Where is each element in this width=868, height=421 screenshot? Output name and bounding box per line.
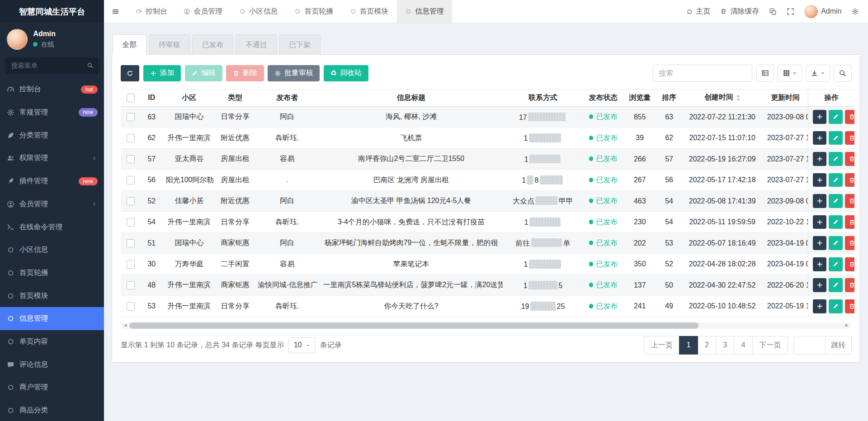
sidebar-item-dashboard[interactable]: 控制台hot (0, 78, 104, 101)
row-checkbox[interactable] (127, 218, 135, 226)
edit-row-button[interactable] (829, 257, 843, 271)
refresh-button[interactable] (121, 65, 140, 82)
sidebar-toggle-button[interactable] (104, 0, 127, 23)
sidebar-item-banner[interactable]: 首页轮播 (0, 261, 104, 284)
sidebar-item-info[interactable]: 信息管理 (0, 307, 104, 330)
table-search-input[interactable] (653, 65, 752, 82)
edit-row-button[interactable] (829, 173, 843, 187)
column-header[interactable]: 创建时间 (682, 89, 763, 106)
home-link[interactable]: 主页 (686, 7, 711, 16)
filter-tab-published[interactable]: 已发布 (192, 34, 233, 55)
nav-tab-community[interactable]: 小区信息 (231, 0, 286, 23)
filter-tab-rejected[interactable]: 不通过 (236, 34, 277, 55)
delete-row-button[interactable] (845, 278, 855, 292)
edit-row-button[interactable] (829, 110, 843, 124)
row-checkbox[interactable] (127, 260, 135, 268)
sidebar-item-comment[interactable]: 评论信息 (0, 353, 104, 376)
edit-row-button[interactable] (829, 131, 843, 145)
add-button[interactable]: 添加 (143, 65, 181, 82)
expand-row-button[interactable] (813, 215, 827, 229)
user-menu[interactable]: Admin (804, 5, 841, 18)
sidebar-item-merchant[interactable]: 商户管理 (0, 376, 104, 399)
delete-row-button[interactable] (845, 152, 855, 166)
page-button-4[interactable]: 4 (734, 336, 753, 355)
sidebar-item-category[interactable]: 分类管理 (0, 124, 104, 147)
sidebar-item-auth[interactable]: 权限管理 (0, 147, 104, 170)
expand-row-button[interactable] (813, 173, 827, 187)
sidebar-item-general[interactable]: 常规管理new (0, 101, 104, 124)
toggle-view-button[interactable] (756, 65, 774, 82)
export-button[interactable] (806, 65, 830, 82)
page-button-3[interactable]: 3 (716, 336, 735, 355)
row-checkbox[interactable] (127, 134, 135, 142)
fullscreen-button[interactable] (787, 8, 794, 15)
delete-button[interactable]: 删除 (226, 65, 264, 82)
delete-row-button[interactable] (845, 110, 855, 124)
filter-tab-offline[interactable]: 已下架 (279, 34, 321, 55)
nav-tab-info[interactable]: 信息管理 (397, 0, 452, 23)
filter-tab-pending[interactable]: 待审核 (149, 34, 190, 55)
nav-tab-dashboard[interactable]: 控制台 (127, 0, 175, 23)
prev-page-button[interactable]: 上一页 (644, 336, 679, 355)
expand-row-button[interactable] (813, 299, 827, 313)
expand-row-button[interactable] (813, 278, 827, 292)
nav-tab-member[interactable]: 会员管理 (175, 0, 231, 23)
expand-row-button[interactable] (813, 110, 827, 124)
sidebar-item-member[interactable]: 会员管理 (0, 193, 104, 216)
expand-row-button[interactable] (813, 236, 827, 250)
expand-row-button[interactable] (813, 194, 827, 208)
scroll-right-arrow-icon[interactable]: ▶ (843, 322, 851, 328)
batch-audit-button[interactable]: 批量审核 (268, 65, 320, 82)
delete-row-button[interactable] (845, 257, 855, 271)
recycle-bin-button[interactable]: ♻ 回收站 (324, 65, 368, 82)
scrollbar-thumb[interactable] (129, 322, 698, 328)
settings-button[interactable] (851, 8, 859, 15)
sidebar-item-module[interactable]: 首页模块 (0, 284, 104, 307)
expand-row-button[interactable] (813, 131, 827, 145)
menu-search-input[interactable] (5, 57, 99, 74)
columns-button[interactable] (778, 65, 802, 82)
delete-row-button[interactable] (845, 173, 855, 187)
row-checkbox[interactable] (127, 155, 135, 163)
edit-row-button[interactable] (829, 194, 843, 208)
per-page-select[interactable]: 10 (288, 337, 316, 353)
sidebar-item-command[interactable]: 在线命令管理 (0, 216, 104, 239)
clear-cache-link[interactable]: 清除缓存 (720, 7, 759, 16)
delete-row-button[interactable] (845, 236, 855, 250)
delete-row-button[interactable] (845, 131, 855, 145)
edit-row-button[interactable] (829, 152, 843, 166)
expand-row-button[interactable] (813, 152, 827, 166)
row-checkbox[interactable] (127, 281, 135, 289)
expand-row-button[interactable] (813, 257, 827, 271)
search-toggle-button[interactable] (834, 65, 851, 82)
edit-row-button[interactable] (829, 236, 843, 250)
delete-row-button[interactable] (845, 194, 855, 208)
sidebar-item-page[interactable]: 单页内容 (0, 330, 104, 353)
language-button[interactable] (769, 8, 777, 15)
row-checkbox[interactable] (127, 197, 135, 205)
scroll-left-arrow-icon[interactable]: ◀ (121, 322, 129, 328)
edit-row-button[interactable] (829, 215, 843, 229)
select-all-checkbox[interactable] (127, 94, 135, 102)
delete-row-button[interactable] (845, 215, 855, 229)
jump-button[interactable]: 跳转 (826, 336, 851, 355)
nav-tab-module[interactable]: 首页模块 (341, 0, 396, 23)
nav-tab-banner[interactable]: 首页轮播 (286, 0, 341, 23)
sidebar-item-addon[interactable]: 插件管理new (0, 170, 104, 193)
sidebar-item-goods-category[interactable]: 商品分类 (0, 399, 104, 421)
jump-page-input[interactable] (793, 336, 826, 355)
row-checkbox[interactable] (127, 302, 135, 310)
page-button-2[interactable]: 2 (698, 336, 717, 355)
edit-row-button[interactable] (829, 299, 843, 313)
row-checkbox[interactable] (127, 239, 135, 247)
edit-button[interactable]: 编辑 (185, 65, 222, 82)
user-avatar[interactable] (7, 29, 28, 50)
row-checkbox[interactable] (127, 113, 135, 121)
horizontal-scrollbar[interactable]: ◀ ▶ (121, 322, 851, 328)
sidebar-item-community[interactable]: 小区信息 (0, 238, 104, 261)
filter-tab-all[interactable]: 全部 (113, 34, 146, 55)
next-page-button[interactable]: 下一页 (752, 336, 788, 355)
delete-row-button[interactable] (845, 299, 855, 313)
page-button-1[interactable]: 1 (679, 336, 698, 355)
edit-row-button[interactable] (829, 278, 843, 292)
